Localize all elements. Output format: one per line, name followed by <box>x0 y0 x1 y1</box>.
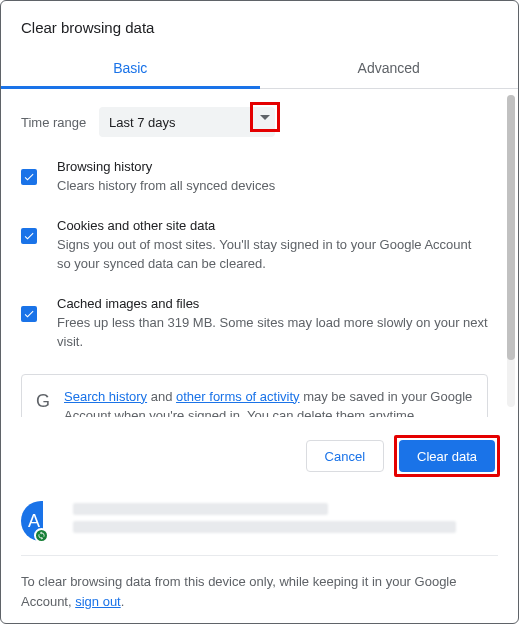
tab-bar: Basic Advanced <box>1 48 518 89</box>
option-title: Cookies and other site data <box>57 218 488 233</box>
options-scroll-area: Time range Last 7 days Browsing history … <box>1 89 518 417</box>
checkbox-browsing-history[interactable] <box>21 169 37 185</box>
scrollbar[interactable] <box>507 95 515 407</box>
option-cookies: Cookies and other site data Signs you ou… <box>21 218 498 274</box>
clear-data-button[interactable]: Clear data <box>399 440 495 472</box>
option-desc: Signs you out of most sites. You'll stay… <box>57 235 488 274</box>
clear-browsing-data-dialog: Clear browsing data Basic Advanced Time … <box>1 1 518 623</box>
time-range-value: Last 7 days <box>109 115 176 130</box>
tab-basic[interactable]: Basic <box>1 48 260 88</box>
option-title: Cached images and files <box>57 296 488 311</box>
option-browsing-history: Browsing history Clears history from all… <box>21 159 498 196</box>
info-text: Search history and other forms of activi… <box>64 387 473 418</box>
checkbox-cache[interactable] <box>21 306 37 322</box>
time-range-row: Time range Last 7 days <box>21 107 498 137</box>
search-history-link[interactable]: Search history <box>64 389 147 404</box>
other-activity-link[interactable]: other forms of activity <box>176 389 300 404</box>
sync-badge-icon <box>34 528 49 543</box>
google-account-info-box: G Search history and other forms of acti… <box>21 374 488 418</box>
check-icon <box>23 308 35 320</box>
option-desc: Clears history from all synced devices <box>57 176 488 196</box>
sign-out-link[interactable]: sign out <box>75 594 121 609</box>
dialog-title: Clear browsing data <box>1 1 518 44</box>
google-logo-icon: G <box>36 391 50 412</box>
cancel-button[interactable]: Cancel <box>306 440 384 472</box>
avatar: A <box>21 501 61 541</box>
option-desc: Frees up less than 319 MB. Some sites ma… <box>57 313 488 352</box>
time-range-select[interactable]: Last 7 days <box>99 107 275 137</box>
dialog-buttons: Cancel Clear data <box>1 417 518 495</box>
time-range-label: Time range <box>21 115 99 130</box>
redacted-account-info <box>73 503 498 539</box>
checkbox-cookies[interactable] <box>21 228 37 244</box>
option-cache: Cached images and files Frees up less th… <box>21 296 498 352</box>
scrollbar-thumb[interactable] <box>507 95 515 360</box>
footer-text: To clear browsing data from this device … <box>1 556 518 611</box>
tab-advanced[interactable]: Advanced <box>260 48 519 88</box>
check-icon <box>23 230 35 242</box>
chevron-down-icon <box>260 115 270 120</box>
option-title: Browsing history <box>57 159 488 174</box>
check-icon <box>23 171 35 183</box>
highlight-dropdown-caret <box>250 102 280 132</box>
account-row: A <box>1 495 518 555</box>
highlight-clear-button: Clear data <box>394 435 500 477</box>
